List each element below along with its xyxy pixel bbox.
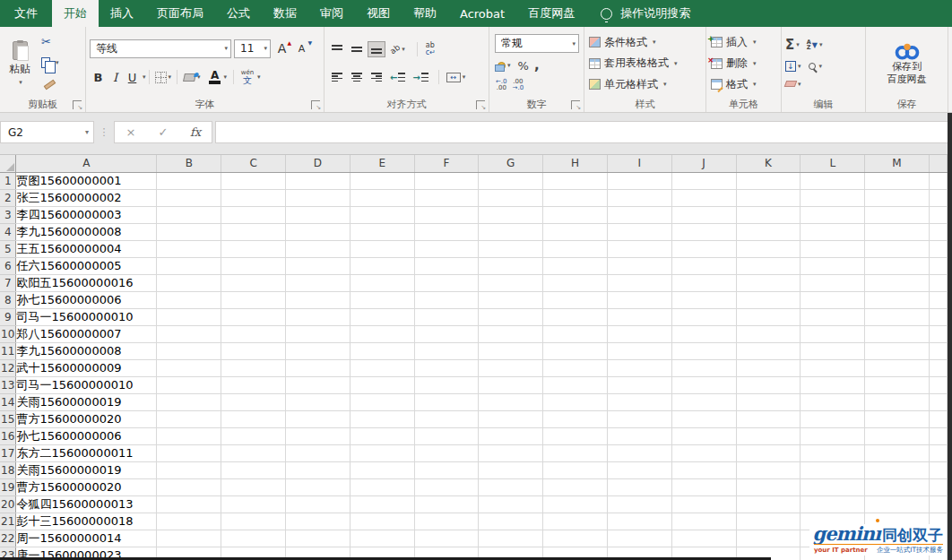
row-header-6[interactable]: 6	[0, 257, 16, 274]
cell[interactable]	[736, 342, 801, 359]
cell[interactable]	[929, 257, 947, 274]
cell[interactable]	[479, 342, 543, 359]
cell[interactable]	[543, 342, 608, 359]
cell[interactable]	[671, 513, 736, 530]
cell[interactable]	[736, 257, 801, 274]
cell[interactable]: 郑八15600000007	[16, 325, 157, 342]
name-box[interactable]: G2 ▾	[0, 121, 94, 143]
cell[interactable]	[929, 291, 947, 308]
cell[interactable]	[285, 291, 350, 308]
cell[interactable]	[736, 376, 801, 393]
borders-button[interactable]: ▾	[152, 68, 175, 86]
cell[interactable]	[157, 240, 221, 257]
cell[interactable]	[479, 325, 543, 342]
cell[interactable]	[350, 359, 414, 376]
cell[interactable]	[221, 513, 286, 530]
cell[interactable]	[736, 206, 801, 223]
cell[interactable]	[479, 495, 543, 513]
cell[interactable]	[865, 257, 930, 274]
cell[interactable]	[479, 530, 543, 547]
column-header-H[interactable]: H	[543, 155, 608, 172]
row-header-1[interactable]: 1	[0, 172, 16, 189]
cell[interactable]	[929, 478, 947, 495]
cell[interactable]	[736, 359, 801, 376]
clipboard-dialog-launcher-icon[interactable]	[73, 100, 82, 109]
cell[interactable]	[801, 240, 865, 257]
enter-icon[interactable]: ✓	[147, 125, 179, 139]
cut-button[interactable]: ✂	[38, 33, 63, 51]
insert-function-icon[interactable]: fx	[179, 125, 212, 139]
cell[interactable]	[865, 495, 930, 513]
cell[interactable]	[221, 342, 286, 359]
align-center-button[interactable]	[348, 69, 366, 85]
cell[interactable]	[736, 513, 801, 530]
cell[interactable]	[865, 240, 930, 257]
cell[interactable]: 曹方15600000020	[16, 478, 157, 495]
cell[interactable]: 欧阳五15600000016	[16, 274, 157, 291]
cell[interactable]	[801, 325, 865, 342]
cell[interactable]	[929, 240, 947, 257]
cell[interactable]	[350, 461, 414, 478]
cell[interactable]	[221, 478, 286, 495]
cell[interactable]	[929, 325, 947, 342]
cell[interactable]	[801, 427, 865, 444]
cell[interactable]	[929, 223, 947, 240]
conditional-formatting-button[interactable]: 条件格式▾	[586, 34, 704, 51]
cell[interactable]: 关雨15600000019	[16, 461, 157, 478]
cell-styles-button[interactable]: 单元格样式▾	[586, 76, 704, 93]
formula-input[interactable]	[215, 121, 952, 143]
cell[interactable]	[671, 172, 736, 189]
row-header-16[interactable]: 16	[0, 427, 16, 444]
cell[interactable]	[607, 359, 671, 376]
column-header-L[interactable]: L	[801, 155, 865, 172]
cell[interactable]	[671, 257, 736, 274]
align-middle-button[interactable]	[348, 41, 366, 57]
cell[interactable]	[350, 291, 414, 308]
row-header-21[interactable]: 21	[0, 513, 16, 530]
cell[interactable]	[414, 513, 479, 530]
cell[interactable]	[736, 444, 801, 461]
copy-button[interactable]: ▾	[38, 54, 63, 72]
column-header-K[interactable]: K	[736, 155, 801, 172]
number-format-combobox[interactable]: 常规 ▾	[495, 34, 579, 53]
cell[interactable]	[221, 325, 286, 342]
cell[interactable]	[543, 478, 608, 495]
cell[interactable]	[736, 308, 801, 325]
cell[interactable]	[157, 444, 221, 461]
cell[interactable]	[801, 393, 865, 410]
cell[interactable]	[285, 274, 350, 291]
cell[interactable]	[285, 376, 350, 393]
cell[interactable]	[285, 513, 350, 530]
cell[interactable]: 孙七15600000006	[16, 291, 157, 308]
cell[interactable]	[929, 393, 947, 410]
find-select-button[interactable]: ▾	[809, 63, 823, 70]
fill-color-button[interactable]: ▾	[180, 68, 204, 86]
cell[interactable]	[929, 410, 947, 427]
cell[interactable]	[929, 206, 947, 223]
save-to-baidu-button[interactable]: 保存到百度网盘	[868, 30, 946, 97]
cell[interactable]	[607, 206, 671, 223]
row-header-11[interactable]: 11	[0, 342, 16, 359]
cell[interactable]	[285, 461, 350, 478]
cell[interactable]	[736, 427, 801, 444]
cell[interactable]	[285, 189, 350, 206]
cell[interactable]	[350, 257, 414, 274]
cell[interactable]	[607, 427, 671, 444]
decrease-indent-button[interactable]: ←	[387, 70, 408, 85]
align-bottom-button[interactable]	[368, 41, 385, 57]
cell[interactable]: 孙七15600000006	[16, 427, 157, 444]
paste-button[interactable]: 粘贴 ▾	[2, 30, 38, 97]
cell[interactable]	[221, 376, 286, 393]
cell[interactable]	[414, 308, 479, 325]
cell[interactable]	[414, 325, 479, 342]
tab-insert[interactable]: 插入	[99, 0, 145, 27]
cell[interactable]	[221, 530, 286, 547]
cell[interactable]	[157, 223, 221, 240]
cell[interactable]	[479, 223, 543, 240]
cell[interactable]	[479, 393, 543, 410]
cell[interactable]	[157, 461, 221, 478]
cell[interactable]: 东方二15600000011	[16, 444, 157, 461]
align-right-button[interactable]	[368, 69, 385, 85]
cell[interactable]	[350, 513, 414, 530]
cell[interactable]	[414, 410, 479, 427]
